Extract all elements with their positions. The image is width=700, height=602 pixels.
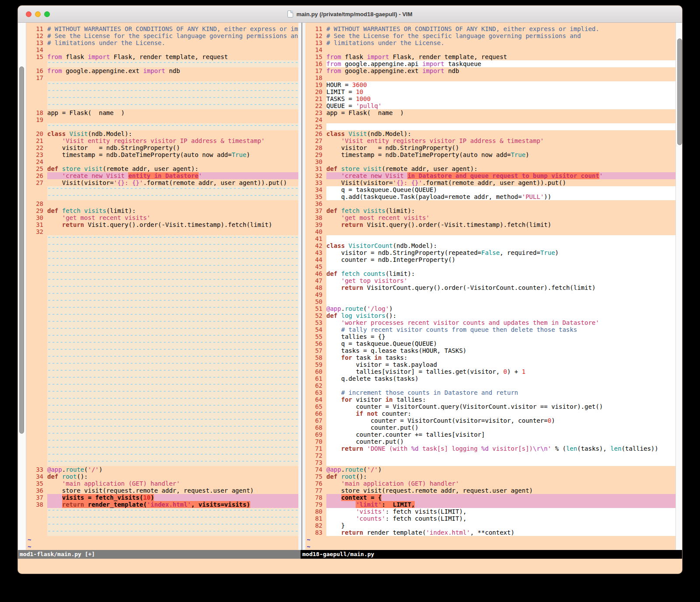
code-text: tasks = q.lease_tasks(HOUR, TASKS)	[326, 347, 676, 354]
code-line: 83 return render_template('index.html', …	[305, 529, 676, 536]
code-text: from google.appengine.ext import ndb	[47, 67, 298, 74]
code-line: 45	[305, 263, 676, 270]
code-text: counter.put()	[326, 438, 676, 445]
code-line: 67 counter = VisitorCount(visitor=visito…	[305, 417, 676, 424]
code-text	[326, 200, 676, 207]
line-number: 55	[305, 333, 326, 340]
left-scrollbar[interactable]	[18, 23, 26, 550]
code-line: 19HOUR = 3600	[305, 81, 676, 88]
line-number: 43	[305, 249, 326, 256]
diff-filler-line: ----------------------------------------…	[26, 361, 298, 368]
line-number: 33	[305, 179, 326, 186]
code-line: 72	[305, 452, 676, 459]
line-number	[26, 298, 47, 305]
left-scrollbar-thumb[interactable]	[19, 66, 24, 434]
line-number: 20	[305, 88, 326, 95]
command-line[interactable]	[18, 559, 682, 574]
code-text	[47, 200, 298, 207]
filler-dashes: ----------------------------------------…	[47, 123, 298, 130]
code-text: q.delete_tasks(tasks)	[326, 375, 676, 382]
diff-filler-line: ----------------------------------------…	[26, 445, 298, 452]
filler-dashes: ----------------------------------------…	[47, 186, 298, 193]
code-text: 'visits': fetch_visits(LIMIT),	[326, 508, 676, 515]
code-line: 59 visitor = task.payload	[305, 361, 676, 368]
document-proxy-icon[interactable]	[287, 10, 293, 17]
zoom-button[interactable]	[44, 11, 50, 17]
code-line: 35 q.add(taskqueue.Task(payload=remote_a…	[305, 193, 676, 200]
right-scrollbar[interactable]	[676, 23, 682, 550]
line-number: 18	[26, 109, 47, 116]
code-line: 40	[305, 228, 676, 235]
code-line: 31 return Visit.query().order(-Visit.tim…	[26, 221, 298, 228]
code-line: 43 visitor = ndb.StringProperty(repeated…	[305, 249, 676, 256]
line-number	[26, 368, 47, 375]
code-text: store_visit(request.remote_addr, request…	[326, 487, 676, 494]
line-number: 62	[305, 382, 326, 389]
line-number: 60	[305, 368, 326, 375]
code-line: 56 q = taskqueue.Queue(QUEUE)	[305, 340, 676, 347]
line-number: 44	[305, 256, 326, 263]
code-text: return Visit.query().order(-Visit.timest…	[326, 221, 676, 228]
line-number: 29	[305, 151, 326, 158]
code-text: visitor = ndb.StringProperty()	[326, 144, 676, 151]
traffic-lights	[26, 6, 50, 22]
line-number	[26, 424, 47, 431]
code-line: 29 timestamp = ndb.DateTimeProperty(auto…	[305, 151, 676, 158]
code-line: 61 q.delete_tasks(tasks)	[305, 375, 676, 382]
code-text: q = taskqueue.Queue(QUEUE)	[326, 186, 676, 193]
code-text	[326, 291, 676, 298]
code-line: 25def store_visit(remote_addr, user_agen…	[26, 165, 298, 172]
diff-filler-line: ----------------------------------------…	[26, 382, 298, 389]
right-editor-pane[interactable]: 11# WITHOUT WARRANTIES OR CONDITIONS OF …	[305, 23, 676, 550]
code-text: from flask import Flask, render_template…	[47, 53, 298, 60]
code-text: LIMIT = 10	[326, 88, 676, 95]
minimize-button[interactable]	[35, 11, 41, 17]
line-number: 78	[305, 494, 326, 501]
code-line: 69 counter.counter += tallies[visitor]	[305, 431, 676, 438]
filler-dashes: ----------------------------------------…	[47, 291, 298, 298]
code-line: 37 visits = fetch_visits(10)	[26, 494, 298, 501]
empty-buffer-line: ~	[26, 543, 298, 550]
code-line: 24	[305, 116, 676, 123]
code-line: 12# See the License for the specific lan…	[26, 32, 298, 39]
status-row: mod1-flask/main.py [+] mod18-gaepull/mai…	[18, 550, 682, 559]
code-text: visitor = task.payload	[326, 361, 676, 368]
close-button[interactable]	[26, 11, 32, 17]
code-line: 22QUEUE = 'pullq'	[305, 102, 676, 109]
code-line: 53 'worker processes recent visitor coun…	[305, 319, 676, 326]
code-line: 82 }	[305, 522, 676, 529]
code-line: 11# WITHOUT WARRANTIES OR CONDITIONS OF …	[26, 25, 298, 32]
diff-filler-line: ----------------------------------------…	[26, 347, 298, 354]
code-line: 63 # increment those counts in Datastore…	[305, 389, 676, 396]
code-text: 'get most recent visits'	[326, 214, 676, 221]
line-number: 42	[305, 242, 326, 249]
code-text	[47, 74, 298, 81]
code-text: tallies[visitor] = tallies.get(visitor, …	[326, 368, 676, 375]
code-text	[326, 263, 676, 270]
left-editor-pane[interactable]: 11# WITHOUT WARRANTIES OR CONDITIONS OF …	[26, 23, 298, 550]
title-bar[interactable]: main.py (/private/tmp/mod18-gaepull) - V…	[18, 6, 682, 23]
split-divider[interactable]	[298, 23, 305, 550]
line-number	[26, 256, 47, 263]
code-line: 75def root():	[305, 473, 676, 480]
line-number: 30	[305, 158, 326, 165]
code-line: 15from flask import Flask, render_templa…	[305, 53, 676, 60]
code-text: class Visit(ndb.Model):	[326, 130, 676, 137]
code-line: 14	[26, 46, 298, 53]
code-text	[326, 123, 676, 130]
right-scrollbar-thumb[interactable]	[677, 38, 682, 145]
diff-filler-line: ----------------------------------------…	[26, 60, 298, 67]
window-title: main.py (/private/tmp/mod18-gaepull) - V…	[296, 11, 412, 17]
code-text: 'counts': fetch_counts(LIMIT),	[326, 515, 676, 522]
code-line: 19	[26, 116, 298, 123]
line-number: 15	[305, 53, 326, 60]
code-line: 79 'limit': LIMIT,	[305, 501, 676, 508]
code-line: 34 q = taskqueue.Queue(QUEUE)	[305, 186, 676, 193]
code-line: 65 counter = VisitorCount.query(VisitorC…	[305, 403, 676, 410]
line-number: 63	[305, 389, 326, 396]
line-number	[26, 88, 47, 95]
code-line: 50	[305, 298, 676, 305]
code-text: return Visit.query().order(-Visit.timest…	[47, 221, 298, 228]
line-number: 26	[305, 130, 326, 137]
code-line: 34def root():	[26, 473, 298, 480]
